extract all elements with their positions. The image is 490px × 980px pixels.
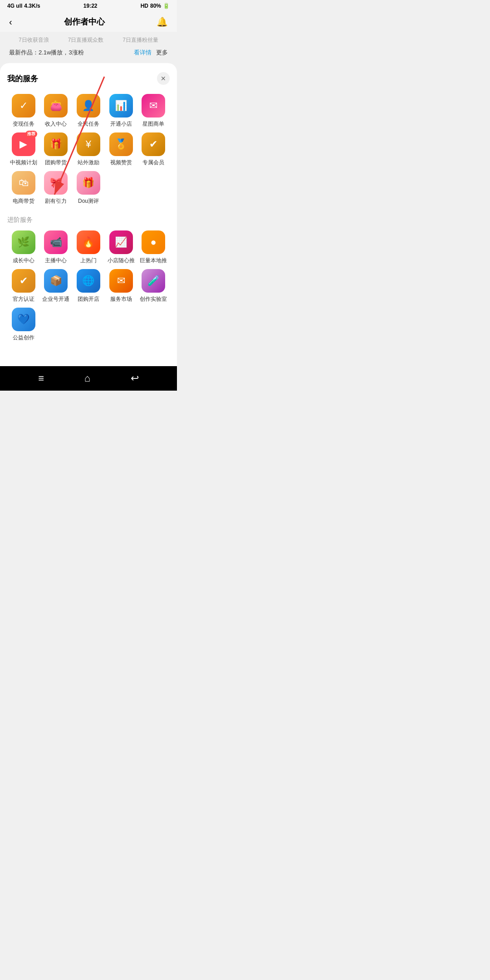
bell-button[interactable]: 🔔 bbox=[157, 16, 168, 27]
service-item-dou[interactable]: 🎁Dou测评 bbox=[72, 171, 105, 205]
service-icon-qiyehao: 📦 bbox=[44, 269, 68, 293]
service-label-tuangoukaidan: 团购开店 bbox=[78, 295, 99, 303]
battery-level: 80% bbox=[150, 3, 161, 9]
service-label-qiyehao: 企业号开通 bbox=[42, 295, 69, 303]
modal-header: 我的服务 ✕ bbox=[7, 72, 170, 85]
service-item-quanmin[interactable]: 👤全民任务 bbox=[72, 94, 105, 128]
service-item-juyou[interactable]: 🎀剧有引力 bbox=[40, 171, 73, 205]
service-item-guanfang[interactable]: ✔官方认证 bbox=[7, 269, 40, 303]
service-label-guanfang: 官方认证 bbox=[13, 295, 34, 303]
service-item-zhanwai[interactable]: ¥站外激励 bbox=[72, 132, 105, 167]
service-icon-shangren: 🔥 bbox=[77, 230, 100, 254]
modal-title: 我的服务 bbox=[7, 74, 38, 84]
service-icon-zhubo: 📹 bbox=[44, 230, 68, 254]
advanced-section-title: 进阶服务 bbox=[7, 216, 170, 224]
services-grid: ✓变现任务👛收入中心👤全民任务📊开通小店✉星图商单▶推荐中视频计划🎁团购带货¥站… bbox=[7, 94, 170, 205]
latest-work-text: 最新作品：2.1w播放，3涨粉 bbox=[9, 49, 129, 57]
service-label-shangren: 上热门 bbox=[80, 257, 97, 265]
status-bar: 4G ull 4.3K/s 19:22 HD 80% 🔋 bbox=[0, 0, 177, 12]
service-icon-quanmin: 👤 bbox=[77, 94, 100, 118]
service-item-fuwushichang[interactable]: ✉服务市场 bbox=[105, 269, 137, 303]
modal-card: 我的服务 ✕ ✓变现任务👛收入中心👤全民任务📊开通小店✉星图商单▶推荐中视频计划… bbox=[0, 63, 177, 366]
service-label-tuangou: 团购带货 bbox=[45, 159, 67, 167]
bottom-nav: ≡ ⌂ ↩ bbox=[0, 366, 177, 391]
service-label-juliang: 巨量本地推 bbox=[140, 257, 167, 265]
service-icon-guanfang: ✔ bbox=[12, 269, 35, 293]
service-label-dianshang: 电商带货 bbox=[13, 197, 34, 205]
service-item-xiaodian[interactable]: 📈小店随心推 bbox=[105, 230, 137, 265]
service-label-zhanwai: 站外激励 bbox=[78, 159, 99, 167]
service-label-quanmin: 全民任务 bbox=[78, 120, 99, 128]
service-label-dou: Dou测评 bbox=[78, 197, 99, 205]
service-item-zhongshipin[interactable]: ▶推荐中视频计划 bbox=[7, 132, 40, 167]
service-icon-juliang: ● bbox=[142, 230, 165, 254]
service-label-gongyi: 公益创作 bbox=[13, 334, 34, 342]
service-item-zhuanshuyuanyi[interactable]: ✔专属会员 bbox=[137, 132, 170, 167]
network-signal: 4G ull bbox=[7, 3, 22, 9]
service-item-dianshang[interactable]: 🛍电商带货 bbox=[7, 171, 40, 205]
service-icon-zhanwai: ¥ bbox=[77, 132, 100, 156]
badge-zhongshipin: 推荐 bbox=[25, 131, 37, 137]
service-item-bianxian[interactable]: ✓变现任务 bbox=[7, 94, 40, 128]
service-label-zhuanshuyuanyi: 专属会员 bbox=[142, 159, 164, 167]
service-label-chengzhang: 成长中心 bbox=[13, 257, 34, 265]
service-icon-chuangzuo: 🧪 bbox=[142, 269, 165, 293]
page-title: 创作者中心 bbox=[64, 16, 105, 27]
stat-col3: 7日直播粉丝量 bbox=[122, 36, 158, 44]
service-item-juliang[interactable]: ●巨量本地推 bbox=[137, 230, 170, 265]
service-icon-dou: 🎁 bbox=[77, 171, 100, 195]
service-icon-xiaodian: 📈 bbox=[109, 230, 133, 254]
service-label-xiaodian: 小店随心推 bbox=[108, 257, 135, 265]
service-icon-tuangou: 🎁 bbox=[44, 132, 68, 156]
service-label-juyou: 剧有引力 bbox=[45, 197, 67, 205]
service-label-fuwushichang: 服务市场 bbox=[110, 295, 132, 303]
more-button[interactable]: 更多 bbox=[156, 49, 168, 57]
network-speed: 4.3K/s bbox=[24, 3, 40, 9]
status-right: HD 80% 🔋 bbox=[141, 3, 170, 9]
service-icon-chengzhang: 🌿 bbox=[12, 230, 35, 254]
status-left: 4G ull 4.3K/s bbox=[7, 3, 40, 9]
service-item-chengzhang[interactable]: 🌿成长中心 bbox=[7, 230, 40, 265]
service-item-zanshang[interactable]: 🏅视频赞赏 bbox=[105, 132, 137, 167]
service-icon-xingtu: ✉ bbox=[142, 94, 165, 118]
service-item-kaitong[interactable]: 📊开通小店 bbox=[105, 94, 137, 128]
advanced-grid: 🌿成长中心📹主播中心🔥上热门📈小店随心推●巨量本地推✔官方认证📦企业号开通🌐团购… bbox=[7, 230, 170, 342]
service-label-chuangzuo: 创作实验室 bbox=[140, 295, 167, 303]
service-icon-gongyi: 💙 bbox=[12, 308, 35, 331]
service-label-zhongshipin: 中视频计划 bbox=[10, 159, 37, 167]
service-icon-dianshang: 🛍 bbox=[12, 171, 35, 195]
hd-label: HD bbox=[141, 3, 148, 9]
service-label-zanshang: 视频赞赏 bbox=[110, 159, 132, 167]
service-item-tuangoukaidan[interactable]: 🌐团购开店 bbox=[72, 269, 105, 303]
service-icon-shouru: 👛 bbox=[44, 94, 68, 118]
service-label-xingtu: 星图商单 bbox=[142, 120, 164, 128]
back-nav-icon[interactable]: ↩ bbox=[131, 372, 139, 384]
service-label-bianxian: 变现任务 bbox=[13, 120, 34, 128]
service-icon-kaitong: 📊 bbox=[109, 94, 133, 118]
service-item-gongyi[interactable]: 💙公益创作 bbox=[7, 308, 40, 342]
service-icon-zanshang: 🏅 bbox=[109, 132, 133, 156]
service-item-chuangzuo[interactable]: 🧪创作实验室 bbox=[137, 269, 170, 303]
service-label-shouru: 收入中心 bbox=[45, 120, 67, 128]
menu-icon[interactable]: ≡ bbox=[38, 372, 44, 384]
service-label-kaitong: 开通小店 bbox=[110, 120, 132, 128]
service-icon-juyou: 🎀 bbox=[44, 171, 68, 195]
service-item-tuangou[interactable]: 🎁团购带货 bbox=[40, 132, 73, 167]
service-item-xingtu[interactable]: ✉星图商单 bbox=[137, 94, 170, 128]
stat-col1: 7日收获音浪 bbox=[19, 36, 49, 44]
stats-columns: 7日收获音浪 7日直播观众数 7日直播粉丝量 bbox=[9, 36, 168, 44]
service-item-zhubo[interactable]: 📹主播中心 bbox=[40, 230, 73, 265]
close-button[interactable]: ✕ bbox=[157, 72, 170, 85]
service-icon-tuangoukaidan: 🌐 bbox=[77, 269, 100, 293]
service-item-qiyehao[interactable]: 📦企业号开通 bbox=[40, 269, 73, 303]
top-nav: ‹ 创作者中心 🔔 bbox=[0, 12, 177, 32]
stats-bar: 7日收获音浪 7日直播观众数 7日直播粉丝量 最新作品：2.1w播放，3涨粉 看… bbox=[0, 32, 177, 63]
back-button[interactable]: ‹ bbox=[9, 17, 12, 27]
service-icon-zhuanshuyuanyi: ✔ bbox=[142, 132, 165, 156]
service-item-shangren[interactable]: 🔥上热门 bbox=[72, 230, 105, 265]
service-icon-zhongshipin: ▶推荐 bbox=[12, 132, 35, 156]
home-icon[interactable]: ⌂ bbox=[84, 372, 90, 384]
status-time: 19:22 bbox=[83, 3, 98, 9]
detail-link[interactable]: 看详情 bbox=[134, 49, 152, 57]
service-item-shouru[interactable]: 👛收入中心 bbox=[40, 94, 73, 128]
